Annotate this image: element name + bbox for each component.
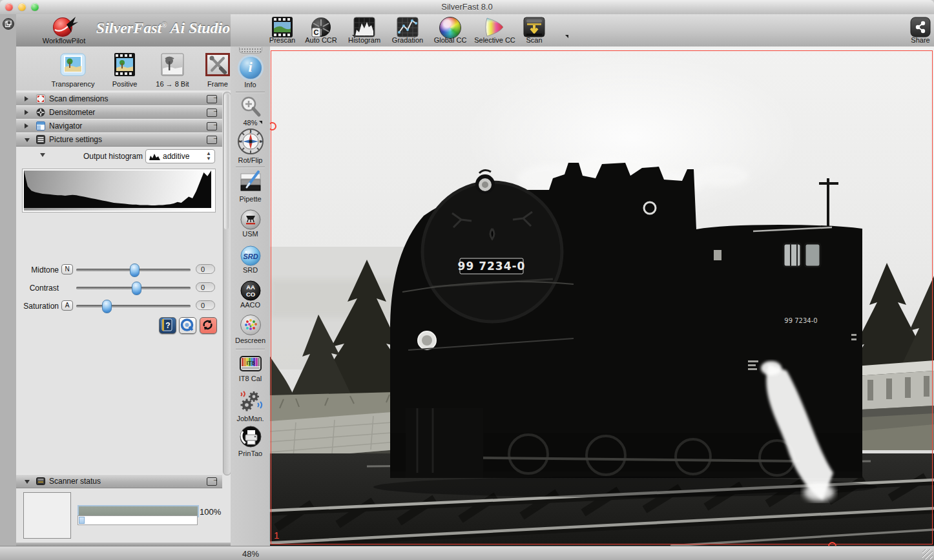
midtone-value[interactable]: 0 xyxy=(196,264,215,274)
printao-button[interactable]: PrinTao xyxy=(231,425,270,457)
pipette-icon xyxy=(239,171,262,192)
preview-canvas[interactable]: 99 7234-0 99 xyxy=(270,47,934,546)
title-bar[interactable]: SilverFast 8.0 xyxy=(0,0,934,15)
detach-panel-icon[interactable] xyxy=(207,95,217,103)
drawer-strip xyxy=(0,14,17,546)
saturation-slider-thumb[interactable] xyxy=(102,300,112,313)
panel-label: Navigator xyxy=(49,121,82,130)
detach-panel-icon[interactable] xyxy=(207,136,217,144)
side-tool-column: i Info 48% 2 xyxy=(231,47,271,546)
gradation-button[interactable]: Gradation xyxy=(386,16,429,45)
disclosure-triangle[interactable] xyxy=(25,138,30,142)
frame-number-label: 1 xyxy=(274,530,279,541)
midtone-label: Midtone xyxy=(16,265,59,275)
status-bar: 48% xyxy=(0,546,934,560)
detach-panel-icon[interactable] xyxy=(207,122,217,130)
reset-button[interactable] xyxy=(200,317,217,334)
quicktime-icon xyxy=(180,318,194,332)
svg-text:?: ? xyxy=(165,321,170,330)
job-manager-label: JobMan. xyxy=(228,415,273,422)
help-button[interactable]: ? xyxy=(159,317,176,334)
usm-button[interactable]: USM xyxy=(231,209,270,239)
srd-button[interactable]: SRD SRD xyxy=(231,245,270,275)
descreen-label: Descreen xyxy=(228,337,273,344)
job-manager-button[interactable]: JobMan. xyxy=(231,389,270,421)
panel-header-densitometer[interactable]: Densitometer xyxy=(16,105,222,119)
mode-bit-depth[interactable]: 16 → 8 Bit xyxy=(149,50,196,89)
panel-label: Scan dimensions xyxy=(49,94,108,103)
panel-header-scan-dimensions[interactable]: Scan dimensions xyxy=(16,92,222,106)
share-button[interactable]: Share xyxy=(908,16,933,45)
picture-settings-icon xyxy=(36,135,45,144)
saturation-slider[interactable] xyxy=(76,305,191,307)
scanner-preview-box xyxy=(23,492,71,539)
midtone-slider-thumb[interactable] xyxy=(130,264,140,277)
main-toolbar: Prescan C Auto CCR xyxy=(231,14,934,47)
panel-header-scanner-status[interactable]: Scanner status xyxy=(16,474,222,488)
magnifier-plus-icon xyxy=(239,96,262,118)
detach-panel-icon[interactable] xyxy=(207,109,217,117)
midtone-slider[interactable] xyxy=(76,269,191,271)
histogram-mode-value: additive xyxy=(163,152,189,161)
contrast-label: Contrast xyxy=(16,284,59,293)
svg-text:M: M xyxy=(239,140,242,143)
loco-number-plate: 99 7234-0 xyxy=(458,260,526,273)
midtone-row: Midtone N 0 xyxy=(16,264,222,276)
divider xyxy=(236,92,265,92)
densitometer-icon xyxy=(36,108,45,117)
disclosure-triangle[interactable] xyxy=(25,480,30,484)
mode-transparency[interactable]: Transparency xyxy=(50,50,96,89)
contrast-slider[interactable] xyxy=(76,287,191,289)
prescan-image: 99 7234-0 99 xyxy=(270,47,934,546)
it8-cal-button[interactable]: IT8 IT8 Cal xyxy=(231,355,270,385)
scan-button[interactable]: Scan xyxy=(513,16,555,45)
panel-header-picture-settings[interactable]: Picture settings xyxy=(16,132,222,147)
pipette-button[interactable]: Pipette xyxy=(231,171,270,204)
descreen-button[interactable]: Descreen xyxy=(231,314,270,345)
aaco-button[interactable]: AA CO AACO xyxy=(231,280,270,310)
scan-dimensions-icon xyxy=(36,94,45,103)
disclosure-triangle[interactable] xyxy=(25,123,28,129)
mode-bar: Transparency Positive xyxy=(16,47,231,91)
collapse-section-triangle[interactable] xyxy=(40,153,45,157)
svg-text:C: C xyxy=(314,28,319,36)
scan-label: Scan xyxy=(508,36,561,44)
zoom-tool-button[interactable]: 48% xyxy=(231,96,270,128)
auto-ccr-button[interactable]: C Auto CCR xyxy=(300,16,342,45)
it8-cal-label: IT8 Cal xyxy=(228,375,273,382)
contrast-slider-thumb[interactable] xyxy=(132,282,141,295)
loco-number-cab: 99 7234-0 xyxy=(784,317,817,324)
reset-arrows-icon xyxy=(200,318,215,332)
toolbar-grip-handle[interactable] xyxy=(239,47,262,54)
rot-flip-button[interactable]: 2 M E Rot/Flip xyxy=(231,128,270,164)
midtone-badge-button[interactable]: N xyxy=(61,264,73,275)
it8-target-icon: IT8 xyxy=(239,355,262,372)
transparency-label: Transparency xyxy=(46,80,100,88)
quicktime-tutorial-button[interactable] xyxy=(179,317,196,334)
scan-icon xyxy=(523,17,546,37)
brand-bar: WorkflowPilot SilverFast® Ai Studio xyxy=(16,14,231,47)
auto-ccr-icon: C xyxy=(309,17,333,39)
mode-positive[interactable]: Positive xyxy=(101,50,148,89)
share-label: Share xyxy=(904,36,934,44)
window-resize-grip[interactable] xyxy=(922,549,933,559)
global-cc-button[interactable]: Global CC xyxy=(429,16,472,45)
detach-panel-icon[interactable] xyxy=(207,477,217,486)
disclosure-triangle[interactable] xyxy=(25,96,28,101)
histogram-mode-dropdown[interactable]: additive ▲▼ xyxy=(145,149,215,163)
stepper-arrows-icon[interactable]: ▲▼ xyxy=(206,151,211,161)
window-title: SilverFast 8.0 xyxy=(0,2,934,12)
contrast-value[interactable]: 0 xyxy=(196,282,215,292)
saturation-badge-button[interactable]: A xyxy=(61,300,73,311)
transparency-icon xyxy=(60,53,86,76)
info-button[interactable]: i Info xyxy=(231,57,270,90)
workflow-pilot-icon xyxy=(50,16,79,37)
disclosure-triangle[interactable] xyxy=(25,110,28,115)
saturation-value[interactable]: 0 xyxy=(196,300,215,310)
svg-text:AA: AA xyxy=(246,284,255,291)
panel-header-navigator[interactable]: Navigator xyxy=(16,119,222,133)
histogram-button[interactable]: Histogram xyxy=(343,16,386,45)
panel-toggle-button[interactable] xyxy=(3,18,14,30)
saturation-label: Saturation xyxy=(16,302,59,311)
info-label: Info xyxy=(228,81,273,88)
